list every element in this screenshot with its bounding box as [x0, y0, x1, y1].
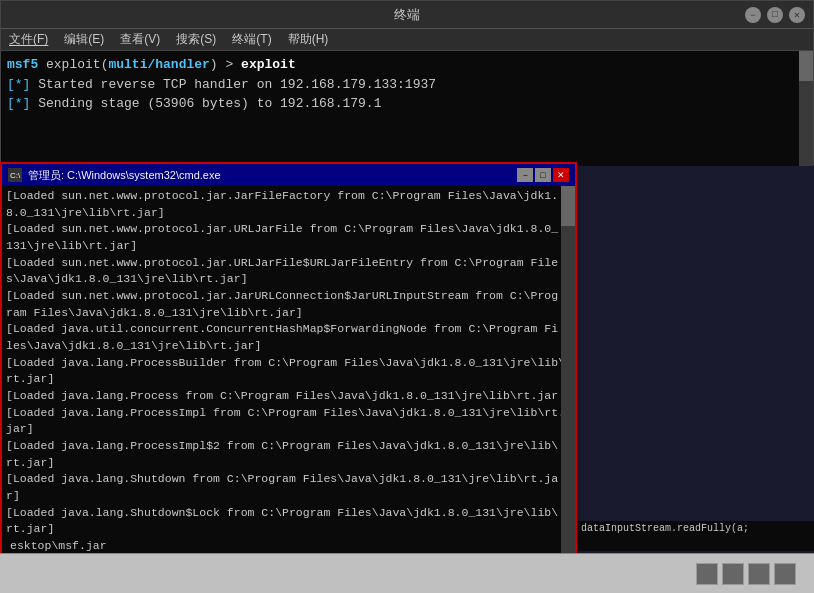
cmd-output-line: [Loaded sun.net.www.protocol.jar.URLJarF…: [6, 221, 571, 238]
scrollbar-thumb: [799, 51, 813, 81]
bottom-text: dataInputStream.readFully(a;: [581, 523, 749, 534]
cmd-output-line: 131\jre\lib\rt.jar]: [6, 238, 571, 255]
cmd-output-line: [Loaded java.lang.Shutdown$Lock from C:\…: [6, 505, 571, 522]
prompt-line: msf5 exploit(multi/handler) > exploit: [7, 55, 807, 75]
terminal-title-bar: 终端 － □ ✕: [1, 1, 813, 29]
cmd-output-line: ram Files\Java\jdk1.8.0_131\jre\lib\rt.j…: [6, 305, 571, 322]
cmd-output-line: rt.jar]: [6, 371, 571, 388]
info-line-1: [*] Started reverse TCP handler on 192.1…: [7, 75, 807, 95]
cmd-output-line: [Loaded java.lang.Process from C:\Progra…: [6, 388, 571, 405]
cmd-output-line: [Loaded java.lang.Shutdown from C:\Progr…: [6, 471, 571, 488]
cmd-window-controls: － □ ✕: [517, 168, 569, 182]
terminal-scrollbar[interactable]: [799, 51, 813, 166]
prompt-text: msf5: [7, 57, 38, 72]
cmd-output-line: jar]: [6, 421, 571, 438]
taskbar: [0, 553, 814, 593]
cmd-output-line: [Loaded java.lang.ProcessImpl from C:\Pr…: [6, 405, 571, 422]
cmd-output-line: les\Java\jdk1.8.0_131\jre\lib\rt.jar]: [6, 338, 571, 355]
terminal-content: msf5 exploit(multi/handler) > exploit [*…: [1, 51, 813, 166]
cmd-window: C:\ 管理员: C:\Windows\system32\cmd.exe － □…: [0, 162, 577, 592]
cmd-output-line: [Loaded java.util.concurrent.ConcurrentH…: [6, 321, 571, 338]
cmd-output-line: r]: [6, 488, 571, 505]
cmd-output-line: [Loaded java.lang.ProcessImpl$2 from C:\…: [6, 438, 571, 455]
cmd-output-line: [Loaded sun.net.www.protocol.jar.JarFile…: [6, 188, 571, 205]
info-line-2: [*] Sending stage (53906 bytes) to 192.1…: [7, 94, 807, 114]
cmd-output-line: [Loaded java.lang.ProcessBuilder from C:…: [6, 355, 571, 372]
terminal-menu-bar: 文件(F) 编辑(E) 查看(V) 搜索(S) 终端(T) 帮助(H): [1, 29, 813, 51]
cmd-scrollbar[interactable]: [561, 186, 575, 593]
close-button[interactable]: ✕: [789, 7, 805, 23]
cmd-window-icon: C:\: [8, 168, 22, 182]
cmd-output-line: [Loaded sun.net.www.protocol.jar.JarURLC…: [6, 288, 571, 305]
cmd-close-button[interactable]: ✕: [553, 168, 569, 182]
menu-terminal[interactable]: 终端(T): [232, 31, 271, 48]
menu-edit[interactable]: 编辑(E): [64, 31, 104, 48]
menu-help[interactable]: 帮助(H): [288, 31, 329, 48]
terminal-top-window: 终端 － □ ✕ 文件(F) 编辑(E) 查看(V) 搜索(S) 终端(T) 帮…: [0, 0, 814, 165]
taskbar-icon-2: [722, 563, 744, 585]
terminal-title: 终端: [394, 6, 420, 24]
minimize-button[interactable]: －: [745, 7, 761, 23]
cmd-scrollbar-thumb: [561, 186, 575, 226]
cmd-output-line: rt.jar]: [6, 521, 571, 538]
menu-search[interactable]: 搜索(S): [176, 31, 216, 48]
window-controls: － □ ✕: [745, 7, 805, 23]
cmd-output-line: 8.0_131\jre\lib\rt.jar]: [6, 205, 571, 222]
taskbar-icon-1: [696, 563, 718, 585]
maximize-button[interactable]: □: [767, 7, 783, 23]
menu-view[interactable]: 查看(V): [120, 31, 160, 48]
taskbar-icon-3: [748, 563, 770, 585]
cmd-output-line: rt.jar]: [6, 455, 571, 472]
cmd-title-text: 管理员: C:\Windows\system32\cmd.exe: [28, 168, 517, 183]
bottom-right-text-area: dataInputStream.readFully(a;: [577, 521, 814, 551]
taskbar-icon-4: [774, 563, 796, 585]
cmd-title-bar: C:\ 管理员: C:\Windows\system32\cmd.exe － □…: [2, 164, 575, 186]
cmd-content: [Loaded sun.net.www.protocol.jar.JarFile…: [2, 186, 575, 562]
taskbar-icons: [696, 563, 806, 585]
cmd-minimize-button[interactable]: －: [517, 168, 533, 182]
cmd-maximize-button[interactable]: □: [535, 168, 551, 182]
cmd-output-line: [Loaded sun.net.www.protocol.jar.URLJarF…: [6, 255, 571, 272]
cmd-output-line: s\Java\jdk1.8.0_131\jre\lib\rt.jar]: [6, 271, 571, 288]
menu-file[interactable]: 文件(F): [9, 31, 48, 48]
